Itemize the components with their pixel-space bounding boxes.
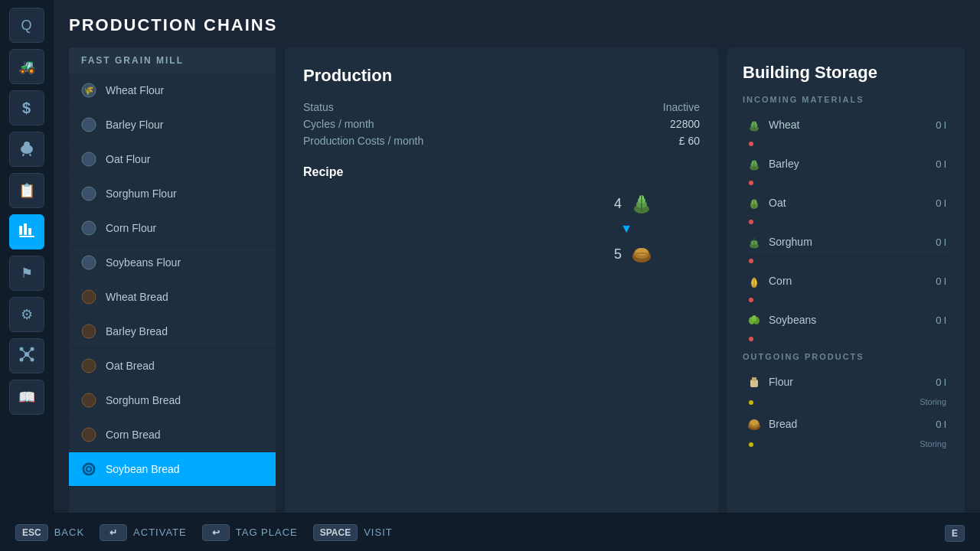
sidebar-btn-cards[interactable]: 📋 [9, 173, 44, 208]
production-icon [18, 222, 35, 243]
e-key-container[interactable]: E [945, 526, 965, 540]
chain-item-soybean-bread[interactable]: Soybean Bread [69, 452, 276, 487]
storage-panel: Building Storage INCOMING MATERIALS Whea… [727, 47, 965, 551]
sorghum-status-dot [749, 259, 753, 263]
svg-point-21 [82, 187, 96, 201]
esc-back-button[interactable]: ESC BACK [15, 524, 84, 541]
oat-amount: 0 l [936, 197, 946, 209]
soybeans-amount: 0 l [936, 315, 946, 326]
corn-flour-icon [80, 219, 98, 237]
wheat-status-dot [749, 142, 753, 146]
barley-status-dot [749, 181, 753, 185]
chain-item-corn-bread[interactable]: Corn Bread [69, 418, 276, 452]
stat-label-costs: Production Costs / month [303, 135, 423, 147]
sidebar-btn-economy[interactable]: $ [9, 90, 44, 126]
activate-key-cap: ↵ [100, 524, 127, 541]
sidebar: Q 🚜 $ 📋 ⚑ ⚙ [0, 0, 54, 551]
corn-status-dot [749, 298, 753, 302]
visit-button[interactable]: SPACE VISIT [313, 524, 393, 541]
soybeans-storage-icon [746, 311, 763, 328]
sorghum-bread-icon [80, 391, 98, 409]
oat-flour-icon [80, 150, 98, 168]
wheat-bread-icon [80, 288, 98, 306]
chain-item-sorghum-flour[interactable]: Sorghum Flour [69, 177, 276, 211]
sidebar-btn-flag[interactable]: ⚑ [9, 256, 44, 291]
activate-button[interactable]: ↵ ACTIVATE [100, 524, 187, 541]
flour-storing-label: Storing [753, 397, 946, 406]
svg-line-13 [21, 349, 27, 354]
svg-line-15 [21, 354, 27, 360]
recipe-item-output: 5 [614, 242, 654, 266]
stat-row-cycles: Cycles / month 22800 [303, 118, 700, 130]
chain-item-barley-bread[interactable]: Barley Bread [69, 315, 276, 349]
storage-outgoing-bread: Bread 0 l Storing [743, 409, 949, 452]
svg-line-3 [30, 154, 31, 156]
chain-item-wheat-bread[interactable]: Wheat Bread [69, 280, 276, 315]
gear-icon: ⚙ [21, 306, 33, 323]
visit-key-cap: SPACE [313, 524, 358, 541]
oat-storage-icon [746, 194, 763, 211]
storage-item-barley: Barley 0 l [743, 149, 949, 179]
chain-item-corn-flour[interactable]: Corn Flour [69, 211, 276, 246]
bread-amount: 0 l [936, 419, 946, 430]
chain-item-oat-flour[interactable]: Oat Flour [69, 142, 276, 177]
tag-place-button[interactable]: ↩ TAG PLACE [202, 524, 298, 541]
recipe-area: 4 ▼ 5 [303, 191, 700, 266]
sidebar-btn-network[interactable] [9, 338, 44, 373]
svg-text:🌾: 🌾 [83, 85, 94, 96]
production-title: Production [303, 66, 700, 86]
soybeans-status-dot [749, 337, 753, 341]
esc-key-cap: ESC [15, 524, 48, 541]
incoming-materials-header: INCOMING MATERIALS [743, 95, 949, 104]
tag-place-key-cap: ↩ [202, 524, 230, 541]
storage-item-bread: Bread 0 l [743, 409, 949, 439]
svg-point-20 [82, 152, 96, 166]
sidebar-btn-livestock[interactable] [9, 132, 44, 167]
activate-key-label: ACTIVATE [133, 527, 187, 538]
chain-item-wheat-flour[interactable]: 🌾 Wheat Flour [69, 73, 276, 108]
recipe-bread-icon [629, 242, 654, 266]
chain-item-soybeans-flour[interactable]: Soybeans Flour [69, 246, 276, 280]
sidebar-btn-gear[interactable]: ⚙ [9, 297, 44, 332]
stat-value-cycles: 22800 [670, 118, 700, 130]
sorghum-flour-icon [80, 184, 98, 203]
barley-bread-label: Barley Bread [106, 325, 168, 337]
storage-item-corn: Corn 0 l [743, 266, 949, 296]
sidebar-btn-book[interactable]: 📖 [9, 380, 44, 415]
barley-storage-icon [746, 155, 763, 172]
sorghum-bread-label: Sorghum Bread [106, 394, 181, 406]
storage-incoming-sorghum: Sorghum 0 l [743, 227, 949, 266]
svg-rect-6 [28, 228, 31, 235]
chain-item-oat-bread[interactable]: Oat Bread [69, 349, 276, 383]
svg-line-2 [23, 154, 24, 156]
stat-value-costs: £ 60 [679, 135, 700, 147]
storage-incoming-oat: Oat 0 l [743, 188, 949, 227]
chain-item-sorghum-bread[interactable]: Sorghum Bread [69, 383, 276, 418]
svg-point-60 [752, 315, 756, 321]
dollar-icon: $ [22, 99, 31, 117]
svg-point-24 [82, 290, 96, 304]
oat-bread-icon [80, 357, 98, 375]
svg-point-22 [82, 221, 96, 235]
flour-storage-icon [746, 373, 763, 390]
esc-key-label: BACK [54, 527, 84, 538]
flour-label: Flour [769, 376, 929, 388]
svg-rect-62 [752, 377, 756, 381]
sidebar-btn-production[interactable] [9, 214, 44, 249]
cards-icon: 📋 [18, 182, 35, 199]
bottom-bar: ESC BACK ↵ ACTIVATE ↩ TAG PLACE SPACE VI… [0, 513, 980, 551]
page-title: PRODUCTION CHAINS [69, 15, 965, 35]
chain-item-barley-flour[interactable]: Barley Flour [69, 108, 276, 142]
chain-list: 🌾 Wheat Flour Barley Flour Oat Flour [69, 73, 276, 551]
sidebar-btn-q[interactable]: Q [9, 8, 44, 43]
svg-point-28 [82, 428, 96, 442]
sidebar-btn-tractor[interactable]: 🚜 [9, 49, 44, 84]
svg-point-65 [750, 419, 759, 425]
chain-panel-header: FAST GRAIN MILL [69, 47, 276, 73]
svg-point-26 [82, 359, 96, 373]
bread-label: Bread [769, 418, 929, 430]
corn-flour-label: Corn Flour [106, 222, 156, 234]
soybean-bread-label: Soybean Bread [106, 463, 180, 475]
bread-storing-label: Storing [753, 439, 946, 448]
storage-item-soybeans: Soybeans 0 l [743, 305, 949, 335]
